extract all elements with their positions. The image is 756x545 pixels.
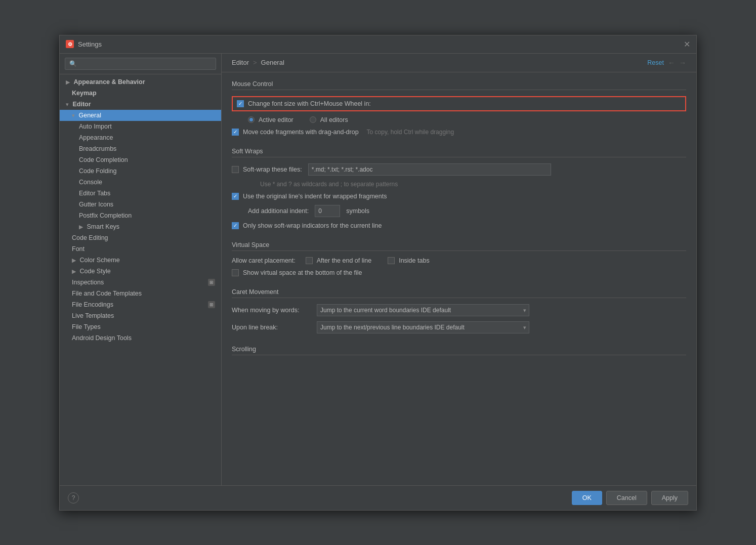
sidebar-item-file-types[interactable]: File Types: [60, 321, 221, 332]
reset-button[interactable]: Reset: [647, 59, 664, 66]
symbols-label: symbols: [346, 207, 369, 215]
sidebar-item-live-templates[interactable]: Live Templates: [60, 310, 221, 321]
sidebar-item-editor[interactable]: ▾ Editor: [60, 99, 221, 110]
all-editors-radio[interactable]: [310, 116, 316, 123]
active-editor-radio[interactable]: [248, 116, 255, 123]
sidebar-item-code-style[interactable]: ▶ Code Style: [60, 266, 221, 277]
breadcrumb-current: General: [261, 59, 284, 66]
caret-movement-title: Caret Movement: [232, 288, 686, 298]
after-end-of-line-label: After the end of line: [317, 257, 371, 264]
cancel-button[interactable]: Cancel: [606, 491, 647, 505]
soft-wrap-files-label: Soft-wrap these files:: [243, 166, 302, 173]
dialog-body: ▶ Appearance & Behavior Keymap ▾ Editor …: [60, 54, 696, 485]
content-header: Editor > General Reset ← →: [222, 54, 696, 72]
active-editor-row: Active editor All editors: [232, 116, 686, 123]
sidebar-item-keymap[interactable]: Keymap: [60, 88, 221, 99]
allow-caret-label: Allow caret placement:: [232, 257, 296, 264]
inspections-badge: ⊞: [208, 279, 215, 286]
sidebar-item-console[interactable]: Console: [60, 177, 221, 188]
upon-line-break-wrapper: Jump to the next/previous line boundarie…: [317, 321, 529, 333]
sidebar-item-color-scheme[interactable]: ▶ Color Scheme: [60, 255, 221, 266]
file-encodings-badge: ⊞: [208, 301, 215, 308]
nav-tree: ▶ Appearance & Behavior Keymap ▾ Editor …: [60, 74, 221, 485]
sidebar-item-appearance[interactable]: Appearance: [60, 132, 221, 143]
close-button[interactable]: ✕: [684, 39, 690, 49]
dialog-footer: ? OK Cancel Apply: [60, 485, 696, 510]
settings-dialog: ⚙ Settings ✕ ▶ Appearance & Behavior Key…: [59, 35, 697, 511]
breadcrumb-parent: Editor: [232, 59, 249, 66]
sidebar-item-auto-import[interactable]: Auto Import: [60, 121, 221, 132]
show-virtual-space-checkbox[interactable]: [232, 269, 239, 276]
active-editor-label: Active editor: [259, 116, 293, 123]
add-additional-indent-input[interactable]: [315, 205, 340, 217]
only-show-soft-wrap-label: Only show soft-wrap indicators for the c…: [243, 222, 382, 229]
only-show-soft-wrap-checkbox[interactable]: [232, 222, 239, 229]
change-font-size-checkbox[interactable]: [237, 100, 244, 107]
virtual-space-section: Virtual Space Allow caret placement: Aft…: [232, 241, 686, 276]
sidebar-item-code-completion[interactable]: Code Completion: [60, 154, 221, 165]
when-moving-by-words-label: When moving by words:: [232, 307, 313, 314]
expand-icon-code-style: ▶: [72, 268, 76, 274]
sidebar: ▶ Appearance & Behavior Keymap ▾ Editor …: [60, 54, 222, 485]
title-bar: ⚙ Settings ✕: [60, 35, 696, 54]
inside-tabs-checkbox[interactable]: [388, 257, 395, 264]
expand-icon-smart-keys: ▶: [79, 224, 83, 230]
when-moving-by-words-select[interactable]: Jump to the current word boundaries IDE …: [317, 304, 529, 316]
add-additional-indent-row: Add additional indent: symbols: [232, 205, 686, 217]
sidebar-item-file-code-templates[interactable]: File and Code Templates: [60, 288, 221, 299]
after-end-of-line-checkbox[interactable]: [306, 257, 313, 264]
change-font-size-row: Change font size with Ctrl+Mouse Wheel i…: [232, 96, 686, 111]
sidebar-item-inspections[interactable]: Inspections ⊞: [60, 277, 221, 288]
wildcard-hint: Use * and ? as wildcards and ; to separa…: [260, 181, 398, 188]
caret-movement-section: Caret Movement When moving by words: Jum…: [232, 288, 686, 333]
sidebar-item-appearance-behavior[interactable]: ▶ Appearance & Behavior: [60, 76, 221, 88]
soft-wrap-files-checkbox[interactable]: [232, 166, 239, 173]
header-actions: Reset ← →: [647, 59, 686, 67]
expand-icon-general: ▾: [72, 112, 75, 118]
expand-icon: ▶: [66, 79, 70, 85]
use-original-indent-checkbox[interactable]: [232, 193, 239, 200]
breadcrumb-separator: >: [253, 59, 257, 66]
sidebar-item-font[interactable]: Font: [60, 243, 221, 255]
soft-wraps-title: Soft Wraps: [232, 148, 686, 157]
show-virtual-space-row: Show virtual space at the bottom of the …: [232, 269, 686, 276]
apply-button[interactable]: Apply: [651, 491, 688, 505]
sidebar-item-postfix-completion[interactable]: Postfix Completion: [60, 210, 221, 221]
sidebar-item-general[interactable]: ▾ General: [60, 110, 221, 121]
scrolling-title: Scrolling: [232, 346, 686, 355]
upon-line-break-select[interactable]: Jump to the next/previous line boundarie…: [317, 321, 529, 333]
sidebar-item-android-design-tools[interactable]: Android Design Tools: [60, 332, 221, 344]
virtual-space-title: Virtual Space: [232, 241, 686, 251]
sidebar-item-code-folding[interactable]: Code Folding: [60, 165, 221, 177]
expand-icon-color-scheme: ▶: [72, 257, 76, 263]
move-code-row: Move code fragments with drag-and-drop T…: [232, 129, 686, 136]
wildcard-hint-row: Use * and ? as wildcards and ; to separa…: [232, 181, 686, 188]
upon-line-break-label: Upon line break:: [232, 324, 313, 331]
help-button[interactable]: ?: [68, 492, 79, 504]
sidebar-item-code-editing[interactable]: Code Editing: [60, 232, 221, 243]
only-show-soft-wrap-row: Only show soft-wrap indicators for the c…: [232, 222, 686, 229]
soft-wrap-files-row: Soft-wrap these files:: [232, 163, 686, 176]
move-code-label: Move code fragments with drag-and-drop: [243, 129, 359, 136]
sidebar-item-editor-tabs[interactable]: Editor Tabs: [60, 188, 221, 199]
sidebar-item-smart-keys[interactable]: ▶ Smart Keys: [60, 221, 221, 232]
sidebar-item-gutter-icons[interactable]: Gutter Icons: [60, 199, 221, 210]
move-code-hint: To copy, hold Ctrl while dragging: [367, 129, 454, 136]
allow-caret-row: Allow caret placement: After the end of …: [232, 257, 686, 264]
sidebar-item-file-encodings[interactable]: File Encodings ⊞: [60, 299, 221, 310]
forward-button[interactable]: →: [679, 59, 686, 67]
ok-button[interactable]: OK: [572, 491, 602, 505]
search-input[interactable]: [65, 58, 216, 70]
content-scroll: Mouse Control Change font size with Ctrl…: [222, 72, 696, 485]
soft-wrap-files-input[interactable]: [308, 163, 551, 176]
when-moving-by-words-wrapper: Jump to the current word boundaries IDE …: [317, 304, 529, 316]
search-box: [60, 54, 221, 74]
move-code-checkbox[interactable]: [232, 129, 239, 136]
inside-tabs-label: Inside tabs: [399, 257, 429, 264]
back-button[interactable]: ←: [668, 59, 675, 67]
dialog-title: Settings: [78, 40, 102, 48]
when-moving-by-words-row: When moving by words: Jump to the curren…: [232, 304, 686, 316]
add-additional-indent-label: Add additional indent:: [248, 207, 309, 215]
breadcrumb: Editor > General: [232, 59, 284, 66]
sidebar-item-breadcrumbs[interactable]: Breadcrumbs: [60, 143, 221, 154]
